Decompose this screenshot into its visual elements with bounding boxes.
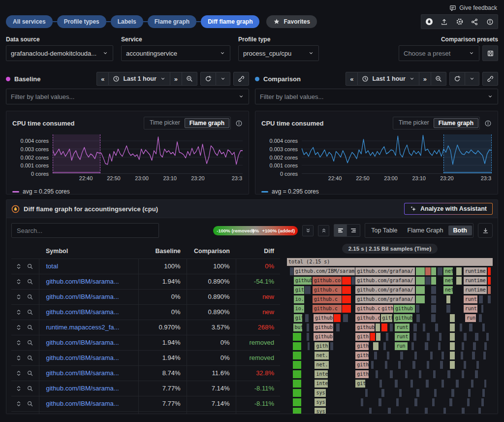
flame-frame[interactable] bbox=[469, 324, 472, 331]
flame-frame[interactable] bbox=[488, 277, 490, 285]
give-feedback-link[interactable]: Give feedback bbox=[449, 4, 497, 11]
row-search-icon[interactable] bbox=[27, 339, 33, 346]
flame-frame[interactable]: gith bbox=[355, 352, 369, 359]
toggle-flame-graph[interactable]: Flame graph bbox=[185, 118, 229, 128]
view-flame-graph[interactable]: Flame Graph bbox=[403, 226, 448, 235]
flame-frame[interactable]: runt bbox=[395, 324, 409, 331]
row-search-icon[interactable] bbox=[27, 309, 33, 316]
flame-frame[interactable]: github bbox=[314, 333, 333, 341]
flame-frame[interactable] bbox=[376, 333, 380, 341]
flame-frame[interactable]: sys bbox=[315, 408, 326, 414]
flame-frame[interactable] bbox=[450, 342, 454, 350]
flame-frame[interactable]: github.c bbox=[313, 286, 342, 294]
flame-frame[interactable] bbox=[396, 398, 399, 406]
flame-frame[interactable] bbox=[387, 352, 389, 359]
flame-frame[interactable] bbox=[343, 314, 348, 322]
flame-frame[interactable]: git bbox=[294, 314, 303, 322]
flame-frame[interactable]: runti bbox=[464, 305, 477, 313]
flame-frame[interactable] bbox=[342, 277, 350, 285]
flame-frame[interactable]: total (2.15 s) bbox=[287, 258, 493, 266]
flame-frame[interactable] bbox=[416, 389, 419, 397]
tab-labels[interactable]: Labels bbox=[111, 15, 143, 28]
time-shift-forward-button[interactable]: » bbox=[170, 72, 182, 86]
export-button[interactable] bbox=[437, 15, 452, 29]
flame-frame[interactable] bbox=[416, 305, 420, 313]
zoom-out-button[interactable] bbox=[182, 72, 197, 86]
flame-frame[interactable] bbox=[412, 361, 415, 369]
flame-frame[interactable] bbox=[434, 389, 437, 397]
diff-flame-graph[interactable]: total (2.15 s)github.com/IBM/saramgithub… bbox=[287, 258, 493, 414]
row-sort-icon[interactable] bbox=[15, 370, 22, 377]
flame-frame[interactable] bbox=[390, 324, 393, 331]
baseline-timeseries-plot[interactable] bbox=[53, 134, 243, 174]
flame-frame[interactable]: gith bbox=[355, 333, 370, 341]
flame-frame[interactable]: github.co bbox=[313, 277, 342, 285]
flame-frame[interactable]: github.c bbox=[355, 305, 379, 313]
flame-frame[interactable] bbox=[427, 333, 430, 341]
comparison-label-filter[interactable]: Filter by label values... bbox=[255, 89, 498, 104]
symbol-link[interactable]: total bbox=[39, 259, 138, 274]
flame-frame[interactable] bbox=[479, 295, 483, 303]
flame-frame[interactable] bbox=[416, 314, 420, 322]
toggle-time-picker[interactable]: Time picker bbox=[145, 118, 185, 128]
sync-link-button[interactable] bbox=[233, 72, 249, 86]
flame-frame[interactable]: github.com/grafana/ bbox=[355, 286, 415, 294]
flame-frame[interactable] bbox=[431, 286, 436, 294]
toggle-flame-graph[interactable]: Flame graph bbox=[434, 118, 478, 128]
flame-frame[interactable] bbox=[361, 398, 363, 406]
preset-select[interactable]: Choose a preset bbox=[399, 45, 479, 61]
row-sort-icon[interactable] bbox=[15, 339, 22, 346]
flame-frame[interactable]: runtime. bbox=[464, 286, 487, 294]
flame-frame[interactable]: gith bbox=[315, 342, 328, 350]
flame-frame[interactable]: net. bbox=[315, 361, 328, 369]
flame-frame[interactable]: git bbox=[294, 286, 304, 294]
refresh-interval-button[interactable] bbox=[465, 72, 479, 86]
flame-frame[interactable] bbox=[378, 398, 381, 406]
collapse-all-button[interactable] bbox=[302, 225, 314, 236]
row-search-icon[interactable] bbox=[27, 293, 33, 300]
flame-frame[interactable] bbox=[427, 361, 429, 369]
chart-legend[interactable]: avg = 0.295 cores bbox=[261, 188, 492, 195]
service-select[interactable]: accountingservice bbox=[121, 45, 230, 61]
flame-frame[interactable] bbox=[467, 398, 470, 406]
flame-frame[interactable] bbox=[293, 389, 302, 397]
flame-frame[interactable] bbox=[433, 370, 436, 378]
flame-frame[interactable]: github bbox=[394, 314, 412, 322]
flame-frame[interactable] bbox=[450, 314, 454, 322]
flame-frame[interactable] bbox=[371, 361, 374, 369]
flame-frame[interactable] bbox=[462, 370, 464, 378]
flame-frame[interactable] bbox=[307, 324, 309, 331]
flame-frame[interactable] bbox=[425, 342, 428, 350]
flame-frame[interactable] bbox=[416, 295, 425, 303]
flame-frame[interactable] bbox=[478, 408, 481, 414]
flame-frame[interactable] bbox=[374, 352, 377, 359]
flame-frame[interactable]: github.com/grafana/ bbox=[355, 267, 415, 275]
flame-frame[interactable] bbox=[385, 361, 388, 369]
flame-frame[interactable] bbox=[376, 324, 380, 331]
flame-frame[interactable] bbox=[290, 267, 294, 275]
flame-frame[interactable] bbox=[450, 333, 454, 341]
row-search-icon[interactable] bbox=[27, 355, 33, 361]
flame-frame[interactable] bbox=[419, 370, 422, 378]
view-both[interactable]: Both bbox=[448, 226, 472, 235]
time-range-picker[interactable]: Last 1 hour bbox=[109, 72, 170, 86]
flame-frame[interactable]: github bbox=[355, 324, 375, 331]
flame-frame[interactable] bbox=[488, 286, 490, 294]
flame-frame[interactable] bbox=[365, 389, 368, 397]
refresh-button[interactable] bbox=[200, 72, 216, 86]
flame-frame[interactable]: net. bbox=[315, 352, 328, 359]
flame-frame[interactable] bbox=[446, 295, 450, 303]
row-search-icon[interactable] bbox=[27, 324, 33, 331]
symbol-link[interactable]: github.com/IBM/sarama... bbox=[39, 396, 138, 411]
flame-frame[interactable] bbox=[450, 352, 454, 359]
flame-frame[interactable] bbox=[441, 380, 444, 388]
flame-frame[interactable] bbox=[483, 352, 486, 359]
flame-frame[interactable] bbox=[293, 380, 302, 388]
baseline-selection-region[interactable] bbox=[53, 134, 100, 173]
info-button[interactable] bbox=[482, 15, 498, 29]
flame-frame[interactable] bbox=[425, 267, 431, 275]
flame-frame[interactable]: inte bbox=[315, 370, 328, 378]
flame-frame[interactable] bbox=[330, 342, 333, 350]
flame-frame[interactable] bbox=[430, 352, 433, 359]
flame-frame[interactable] bbox=[486, 333, 488, 341]
